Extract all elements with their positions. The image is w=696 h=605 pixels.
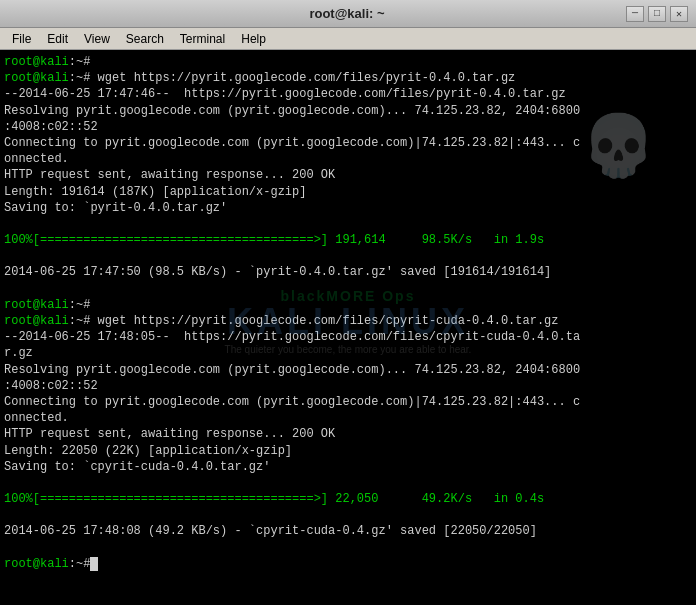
terminal-line: root@kali:~# (4, 54, 692, 70)
menu-file[interactable]: File (4, 30, 39, 48)
terminal-line: 2014-06-25 17:48:08 (49.2 KB/s) - `cpyri… (4, 523, 692, 539)
terminal-line: root@kali:~# wget https://pyrit.googleco… (4, 70, 692, 86)
terminal-line: 100%[===================================… (4, 232, 692, 248)
terminal-line: HTTP request sent, awaiting response... … (4, 167, 692, 183)
terminal-line (4, 281, 692, 297)
close-button[interactable]: ✕ (670, 6, 688, 22)
terminal-line: --2014-06-25 17:47:46-- https://pyrit.go… (4, 86, 692, 102)
terminal-line: 100%[===================================… (4, 491, 692, 507)
menubar: File Edit View Search Terminal Help (0, 28, 696, 50)
titlebar: root@kali: ~ ─ □ ✕ (0, 0, 696, 28)
terminal-line: Saving to: `cpyrit-cuda-0.4.0.tar.gz' (4, 459, 692, 475)
terminal-line: 2014-06-25 17:47:50 (98.5 KB/s) - `pyrit… (4, 264, 692, 280)
terminal-line: Length: 22050 (22K) [application/x-gzip] (4, 443, 692, 459)
terminal-line: Resolving pyrit.googlecode.com (pyrit.go… (4, 362, 692, 378)
terminal-line (4, 216, 692, 232)
terminal-line: root@kali:~# (4, 556, 692, 572)
terminal-line: :4008:c02::52 (4, 119, 692, 135)
terminal-line: :4008:c02::52 (4, 378, 692, 394)
terminal-line: Saving to: `pyrit-0.4.0.tar.gz' (4, 200, 692, 216)
terminal[interactable]: blackMORE Ops KALI LINUX The quieter you… (0, 50, 696, 605)
menu-search[interactable]: Search (118, 30, 172, 48)
menu-view[interactable]: View (76, 30, 118, 48)
terminal-line: root@kali:~# wget https://pyrit.googleco… (4, 313, 692, 329)
cursor (90, 557, 98, 571)
menu-help[interactable]: Help (233, 30, 274, 48)
minimize-button[interactable]: ─ (626, 6, 644, 22)
menu-terminal[interactable]: Terminal (172, 30, 233, 48)
terminal-line (4, 507, 692, 523)
terminal-line: HTTP request sent, awaiting response... … (4, 426, 692, 442)
maximize-button[interactable]: □ (648, 6, 666, 22)
terminal-line: Connecting to pyrit.googlecode.com (pyri… (4, 394, 692, 410)
menu-edit[interactable]: Edit (39, 30, 76, 48)
terminal-line: onnected. (4, 151, 692, 167)
terminal-line (4, 540, 692, 556)
terminal-line: root@kali:~# (4, 297, 692, 313)
terminal-line: --2014-06-25 17:48:05-- https://pyrit.go… (4, 329, 692, 345)
window-title: root@kali: ~ (68, 6, 626, 21)
window-controls: ─ □ ✕ (626, 6, 688, 22)
terminal-line (4, 248, 692, 264)
terminal-line: Length: 191614 (187K) [application/x-gzi… (4, 184, 692, 200)
terminal-line: onnected. (4, 410, 692, 426)
terminal-line (4, 475, 692, 491)
terminal-line: Connecting to pyrit.googlecode.com (pyri… (4, 135, 692, 151)
terminal-line: r.gz (4, 345, 692, 361)
terminal-line: Resolving pyrit.googlecode.com (pyrit.go… (4, 103, 692, 119)
terminal-content: root@kali:~#root@kali:~# wget https://py… (4, 54, 692, 572)
